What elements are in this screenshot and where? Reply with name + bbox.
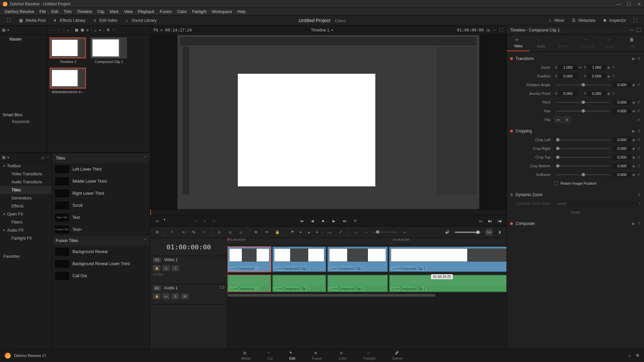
match-frame-icon[interactable]: ▭: [478, 218, 484, 224]
view-thumb-icon[interactable]: ⊞: [81, 28, 84, 32]
yaw-slider[interactable]: [556, 111, 610, 112]
zoom-y-value[interactable]: 1.000: [587, 65, 606, 70]
composite-header[interactable]: Composite◆↺: [510, 219, 641, 228]
flip-reset[interactable]: ↺: [636, 118, 641, 122]
crop-top-slider[interactable]: [556, 157, 610, 158]
title-preset[interactable]: Left Lower Third: [52, 163, 150, 175]
options-icon[interactable]: ⋯: [57, 28, 61, 32]
tree-generators[interactable]: Generators: [0, 194, 52, 202]
tab-effects[interactable]: ✦Effects: [552, 35, 575, 51]
track-area[interactable]: 01:00:00:00 01:05:52:00 01:11:44:00 ▭⚯Co…: [227, 238, 506, 349]
dz-swap-button[interactable]: Swap: [571, 210, 580, 214]
inspector-expand[interactable]: ⛶: [637, 28, 641, 33]
insert-tool[interactable]: ⎘: [216, 229, 223, 236]
minimize-button[interactable]: —: [616, 1, 621, 7]
crop-bottom-slider[interactable]: [556, 166, 610, 167]
viewer-scrubber[interactable]: [150, 209, 506, 215]
transform-reset[interactable]: ↺: [637, 56, 641, 61]
prev-edit-icon[interactable]: ◁: [192, 218, 198, 224]
eff-search-icon[interactable]: ⌕: [42, 156, 44, 160]
viewer-timecode-left[interactable]: 00:14:17:24: [165, 28, 192, 33]
eff-view-icon[interactable]: ▥: [2, 155, 5, 160]
inspector-options[interactable]: ⋯: [630, 28, 634, 33]
rot-reset[interactable]: ↺: [636, 83, 641, 87]
audio-clip[interactable]: ▭⚯Compound ...: [227, 275, 271, 292]
menu-davinci[interactable]: DaVinci Resolve: [2, 9, 37, 14]
video-clip[interactable]: ▭⚯Compound Clip 1: [327, 247, 388, 272]
fusion-title-preset[interactable]: Background Reveal Lower Third: [52, 258, 150, 270]
title-preset[interactable]: Basic TitleText: [52, 212, 150, 224]
index-search[interactable]: ⌕▭: [326, 229, 333, 236]
retain-checkbox[interactable]: [554, 181, 558, 185]
section-fusion-titles[interactable]: Fusion Titles⌃: [52, 236, 150, 246]
menu-fusion[interactable]: Fusion: [157, 9, 174, 14]
go-out-icon[interactable]: |◀: [496, 218, 502, 224]
effects-library-toggle[interactable]: ✦Effects Library: [49, 18, 89, 23]
section-titles[interactable]: Titles⌃: [52, 153, 150, 163]
timecode-display[interactable]: 01:00:00:00: [150, 238, 227, 256]
audio-mute[interactable]: M: [181, 293, 189, 299]
snapping-toggle[interactable]: ⧉: [253, 229, 259, 236]
nav-fwd[interactable]: ›: [54, 28, 55, 32]
replace-tool[interactable]: ⎌: [237, 229, 244, 236]
lock-toggle[interactable]: 🔒: [274, 229, 281, 236]
bin-view-icon[interactable]: ▥: [2, 28, 5, 32]
title-preset[interactable]: Right Lower Third: [52, 187, 150, 199]
menu-workspace[interactable]: Workspace: [209, 9, 235, 14]
crop-kf[interactable]: ◆: [632, 129, 635, 133]
crop-reset-all[interactable]: ↺: [637, 129, 641, 133]
marker-tool[interactable]: ●: [306, 229, 312, 236]
page-fairlight[interactable]: ♫Fairlight: [364, 351, 376, 360]
record-icon[interactable]: ●: [67, 28, 69, 32]
rotation-slider[interactable]: [556, 84, 610, 85]
audio-solo[interactable]: S: [172, 293, 179, 299]
mute-toggle[interactable]: 🔊: [444, 229, 451, 236]
title-preset[interactable]: Middle Lower Third: [52, 175, 150, 187]
audio-auto-select[interactable]: ▭: [162, 293, 170, 299]
trim-tool[interactable]: ⇥: [179, 229, 186, 236]
pitch-keyframe[interactable]: ◆: [631, 100, 636, 105]
meters-icon[interactable]: ▮: [496, 229, 503, 236]
viewer-timeline-name[interactable]: Timeline 1: [311, 28, 329, 33]
viewer-timecode-right[interactable]: 01:00:00:00: [457, 28, 484, 33]
play-button[interactable]: ▶: [331, 218, 337, 224]
anchor-reset[interactable]: ↺: [611, 92, 615, 96]
playhead-line[interactable]: [227, 245, 228, 294]
metadata-toggle[interactable]: ☰Metadata: [568, 18, 599, 23]
page-fusion[interactable]: ◉Fusion: [312, 351, 322, 360]
page-edit[interactable]: ✎Edit: [289, 351, 295, 360]
yaw-value[interactable]: 0.000: [612, 108, 631, 114]
viewer-mode-icon[interactable]: ◷: [486, 28, 490, 33]
rot-keyframe[interactable]: ◆: [631, 83, 636, 87]
tree-audio-transitions[interactable]: Audio Transitions: [0, 178, 52, 186]
eff-view-dropdown[interactable]: ▾: [7, 156, 9, 159]
viewer-options-icon[interactable]: ⋯: [492, 28, 496, 33]
crop-top-value[interactable]: 0.000: [612, 155, 631, 160]
page-color[interactable]: ◐Color: [339, 351, 347, 360]
pos-reset[interactable]: ↺: [611, 74, 615, 78]
expand-button[interactable]: ⛶: [3, 18, 15, 23]
rotation-value[interactable]: 0.000: [612, 82, 631, 87]
viewer-expand-icon[interactable]: ⛶: [499, 28, 503, 33]
jog-icon[interactable]: ●: [202, 218, 208, 224]
crop-right-slider[interactable]: [556, 148, 610, 149]
page-deliver[interactable]: 🚀Deliver: [392, 351, 402, 360]
menu-trim[interactable]: Trim: [61, 9, 74, 14]
fusion-title-preset[interactable]: Background Reveal: [52, 246, 150, 258]
view-list-icon[interactable]: ≡: [87, 28, 89, 32]
tree-favorites[interactable]: Favorites: [0, 252, 52, 260]
media-clip[interactable]: Arbeitsbereiche in...: [50, 68, 87, 94]
flip-v-button[interactable]: ⇕: [563, 117, 571, 123]
view-metadata-icon[interactable]: ▦: [75, 28, 78, 32]
loop-button[interactable]: ↻: [352, 218, 358, 224]
anchor-keyframe[interactable]: ◆: [606, 92, 611, 96]
viewer-fit-dropdown[interactable]: ▾: [161, 28, 162, 32]
tree-video-transitions[interactable]: Video Transitions: [0, 170, 52, 178]
media-clip[interactable]: Timeline 1: [50, 38, 87, 64]
flag-tool[interactable]: ⚑: [289, 229, 296, 236]
softness-slider[interactable]: [556, 174, 610, 175]
zoom-reset[interactable]: ↺: [611, 65, 615, 70]
anchor-y-value[interactable]: 0.000: [587, 91, 606, 96]
tab-transition[interactable]: ⇄Transition: [576, 35, 598, 51]
menu-file[interactable]: File: [37, 9, 49, 14]
